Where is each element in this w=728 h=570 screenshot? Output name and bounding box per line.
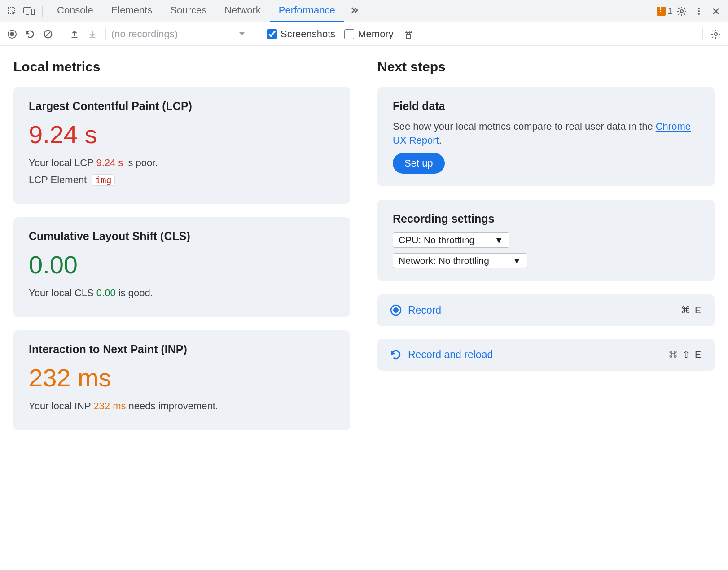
- cls-heading: Cumulative Layout Shift (CLS): [29, 230, 335, 243]
- lcp-value: 9.24 s: [29, 120, 335, 149]
- inp-heading: Interaction to Next Paint (INP): [29, 343, 335, 356]
- close-icon[interactable]: [708, 4, 724, 19]
- tab-performance[interactable]: Performance: [270, 0, 344, 22]
- tab-network[interactable]: Network: [215, 0, 270, 22]
- inp-summary: Your local INP 232 ms needs improvement.: [29, 400, 335, 412]
- svg-point-11: [10, 32, 14, 36]
- next-steps-column: Next steps Field data See how your local…: [364, 46, 728, 448]
- chevron-down-icon: ▼: [494, 235, 504, 246]
- svg-point-17: [715, 33, 717, 35]
- svg-point-19: [393, 307, 399, 313]
- device-toggle-icon[interactable]: [22, 4, 37, 19]
- chevron-down-icon: ▼: [512, 255, 522, 266]
- tab-console[interactable]: Console: [48, 0, 102, 22]
- lcp-card: Largest Contentful Paint (LCP) 9.24 s Yo…: [13, 87, 350, 204]
- screenshots-checkbox[interactable]: Screenshots: [267, 28, 335, 40]
- lcp-summary: Your local LCP 9.24 s is poor.: [29, 157, 335, 169]
- record-reload-shortcut: ⌘ ⇧ E: [668, 349, 702, 360]
- reload-icon[interactable]: [22, 26, 38, 42]
- warning-icon: [657, 7, 666, 16]
- tab-elements[interactable]: Elements: [102, 0, 162, 22]
- svg-rect-3: [31, 9, 35, 15]
- tabs-overflow-icon[interactable]: [344, 0, 363, 22]
- panel-settings-icon[interactable]: [708, 26, 724, 42]
- svg-line-13: [46, 31, 51, 36]
- record-reload-label: Record and reload: [408, 349, 493, 361]
- record-label: Record: [408, 304, 441, 316]
- separator: [105, 28, 106, 40]
- memory-checkbox[interactable]: Memory: [344, 28, 393, 40]
- network-throttling-select[interactable]: Network: No throttling ▼: [393, 253, 527, 268]
- lcp-element-tag[interactable]: img: [92, 174, 114, 186]
- memory-label: Memory: [358, 28, 393, 40]
- warnings-count: 1: [667, 6, 672, 16]
- svg-rect-1: [24, 8, 31, 13]
- upload-icon[interactable]: [67, 26, 82, 42]
- svg-point-4: [680, 10, 683, 13]
- screenshots-input[interactable]: [267, 29, 277, 39]
- warnings-badge[interactable]: 1: [657, 6, 672, 16]
- memory-input[interactable]: [344, 29, 354, 39]
- clear-icon[interactable]: [40, 26, 56, 42]
- cpu-throttling-select[interactable]: CPU: No throttling ▼: [393, 232, 509, 248]
- svg-point-5: [698, 8, 700, 9]
- inspect-element-icon[interactable]: [4, 4, 20, 19]
- cls-card: Cumulative Layout Shift (CLS) 0.00 Your …: [13, 217, 350, 317]
- separator: [42, 6, 43, 17]
- svg-point-6: [698, 10, 700, 12]
- record-reload-action[interactable]: Record and reload ⌘ ⇧ E: [377, 339, 715, 371]
- next-steps-title: Next steps: [377, 59, 715, 75]
- recording-settings-card: Recording settings CPU: No throttling ▼ …: [377, 200, 715, 281]
- performance-toolbar: (no recordings) Screenshots Memory: [0, 22, 728, 46]
- cls-value: 0.00: [29, 250, 335, 279]
- recordings-label: (no recordings): [111, 28, 178, 40]
- panel-tabs: Console Elements Sources Network Perform…: [48, 0, 363, 22]
- svg-rect-16: [407, 35, 410, 38]
- download-icon[interactable]: [85, 26, 100, 42]
- cls-summary: Your local CLS 0.00 is good.: [29, 287, 335, 299]
- local-metrics-title: Local metrics: [13, 59, 350, 75]
- lcp-heading: Largest Contentful Paint (LCP): [29, 100, 335, 113]
- separator: [255, 28, 255, 40]
- network-select-value: Network: No throttling: [399, 255, 489, 266]
- record-action[interactable]: Record ⌘ E: [377, 294, 715, 326]
- record-circle-icon: [390, 304, 402, 316]
- gc-icon[interactable]: [401, 26, 416, 42]
- set-up-button[interactable]: Set up: [393, 153, 445, 174]
- reload-arrow-icon: [390, 349, 402, 360]
- lcp-element-label: LCP Element: [29, 174, 87, 185]
- chevron-down-icon: [239, 32, 245, 36]
- inp-value: 232 ms: [29, 363, 335, 392]
- devtools-tabbar: Console Elements Sources Network Perform…: [0, 0, 728, 22]
- recording-settings-heading: Recording settings: [393, 212, 699, 225]
- cpu-select-value: CPU: No throttling: [399, 235, 474, 246]
- lcp-element-row: LCP Element img: [29, 174, 335, 186]
- record-icon[interactable]: [4, 26, 20, 42]
- local-metrics-column: Local metrics Largest Contentful Paint (…: [0, 46, 364, 448]
- field-data-card: Field data See how your local metrics co…: [377, 87, 715, 186]
- main-content: Local metrics Largest Contentful Paint (…: [0, 46, 728, 448]
- separator: [61, 28, 61, 40]
- more-icon[interactable]: [691, 4, 706, 19]
- recordings-select[interactable]: (no recordings): [111, 28, 250, 40]
- settings-icon[interactable]: [674, 4, 689, 19]
- screenshots-label: Screenshots: [281, 28, 335, 40]
- svg-point-7: [698, 13, 700, 15]
- tab-sources[interactable]: Sources: [161, 0, 215, 22]
- record-shortcut: ⌘ E: [681, 305, 702, 316]
- separator: [702, 28, 703, 40]
- field-data-description: See how your local metrics compare to re…: [393, 120, 699, 148]
- inp-card: Interaction to Next Paint (INP) 232 ms Y…: [13, 330, 350, 430]
- field-data-heading: Field data: [393, 100, 699, 113]
